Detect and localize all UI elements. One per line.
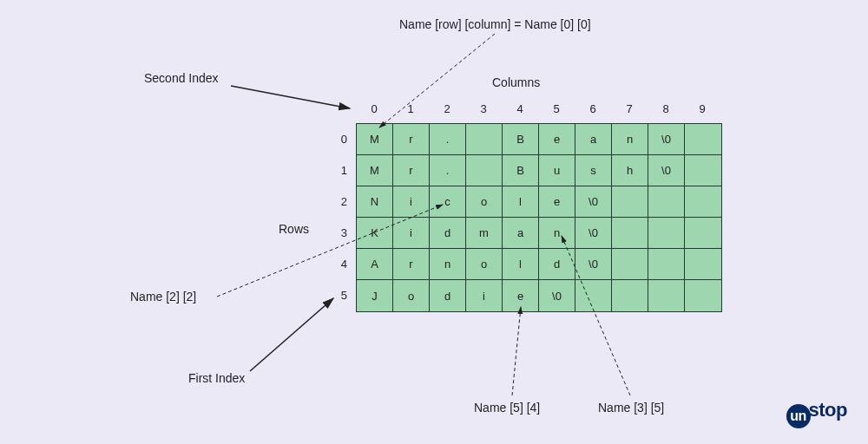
column-index: 0 [356, 102, 392, 115]
table-row: Kidman\0 [357, 218, 721, 249]
label-name-3-5: Name [3] [5] [598, 401, 664, 415]
array-cell: s [575, 155, 612, 186]
label-name-2-2: Name [2] [2] [130, 290, 196, 304]
label-rows: Rows [279, 222, 309, 236]
arrow-name-5-4 [512, 307, 521, 395]
row-index: 3 [337, 217, 347, 248]
label-second-index: Second Index [144, 71, 219, 85]
label-first-index: First Index [188, 371, 245, 385]
array-cell [648, 186, 685, 218]
array-cell: \0 [575, 186, 612, 218]
array-cell [466, 124, 503, 155]
array-cell: K [357, 218, 393, 249]
column-index: 1 [392, 102, 429, 115]
array-cell: e [539, 124, 575, 155]
row-index: 2 [337, 186, 347, 217]
array-cell: \0 [648, 124, 685, 155]
array-cell [648, 280, 685, 311]
array-cell: N [357, 186, 393, 218]
array-cell: . [430, 124, 466, 155]
row-index: 4 [337, 248, 347, 279]
array-cell: m [466, 218, 503, 249]
array-cell: c [430, 186, 466, 218]
unstop-logo: unstop [786, 399, 847, 428]
label-name-5-4: Name [5] [4] [474, 401, 540, 415]
column-index: 6 [575, 102, 611, 115]
array-cell [648, 218, 685, 249]
array-cell [685, 249, 721, 280]
array-cell: n [430, 249, 466, 280]
row-index: 5 [337, 279, 347, 310]
array-cell: M [357, 155, 393, 186]
label-columns: Columns [492, 75, 540, 89]
array-cell [685, 186, 721, 218]
array-cell: i [466, 280, 503, 311]
array-cell: B [503, 124, 539, 155]
array-cell [612, 249, 648, 280]
array-cell [685, 155, 721, 186]
array-cell [685, 280, 721, 311]
array-cell: i [393, 218, 430, 249]
arrow-second-index [231, 86, 350, 108]
table-row: Jodie\0 [357, 280, 721, 311]
column-index: 9 [684, 102, 720, 115]
array-cell: o [466, 186, 503, 218]
array-cell [685, 124, 721, 155]
array-cell: a [575, 124, 612, 155]
array-cell: J [357, 280, 393, 311]
column-index: 3 [465, 102, 502, 115]
array-cell: h [612, 155, 648, 186]
array-cell: n [539, 218, 575, 249]
row-index: 1 [337, 154, 347, 186]
array-cell: e [503, 280, 539, 311]
array-cell: d [539, 249, 575, 280]
row-index-column: 012345 [337, 123, 347, 310]
table-row: Arnold\0 [357, 249, 721, 280]
array-cell: B [503, 155, 539, 186]
column-index-row: 0123456789 [356, 102, 720, 115]
array-cell: d [430, 218, 466, 249]
column-index: 7 [611, 102, 648, 115]
array-cell: i [393, 186, 430, 218]
column-index: 2 [429, 102, 465, 115]
array-cell [648, 249, 685, 280]
array-cell: A [357, 249, 393, 280]
table-row: Mr. Bush\0 [357, 155, 721, 186]
arrow-first-index [250, 298, 333, 371]
array-cell: . [430, 155, 466, 186]
array-cell: d [430, 280, 466, 311]
array-cell [575, 280, 612, 311]
array-cell [612, 218, 648, 249]
array-cell [466, 155, 503, 186]
column-index: 5 [538, 102, 575, 115]
array-cell: r [393, 124, 430, 155]
column-index: 4 [502, 102, 538, 115]
array-cell: l [503, 249, 539, 280]
array-cell: u [539, 155, 575, 186]
array-cell: n [612, 124, 648, 155]
array-cell: \0 [575, 218, 612, 249]
array-cell [612, 280, 648, 311]
array-cell: r [393, 155, 430, 186]
logo-text: stop [809, 399, 847, 421]
array-cell: l [503, 186, 539, 218]
logo-mark: un [786, 404, 811, 428]
row-index: 0 [337, 123, 347, 154]
array-cell: \0 [648, 155, 685, 186]
array-cell [612, 186, 648, 218]
array-cell: a [503, 218, 539, 249]
array-grid: Mr. Bean\0Mr. Bush\0Nicole\0Kidman\0Arno… [356, 123, 722, 312]
table-row: Mr. Bean\0 [357, 124, 721, 155]
array-cell [685, 218, 721, 249]
array-cell: M [357, 124, 393, 155]
array-cell: \0 [539, 280, 575, 311]
array-cell: o [466, 249, 503, 280]
diagram-stage: Name [row] [column] = Name [0] [0] Secon… [0, 0, 868, 444]
array-cell: r [393, 249, 430, 280]
array-cell: e [539, 186, 575, 218]
array-cell: \0 [575, 249, 612, 280]
table-row: Nicole\0 [357, 186, 721, 218]
label-title-top: Name [row] [column] = Name [0] [0] [399, 17, 591, 31]
array-cell: o [393, 280, 430, 311]
column-index: 8 [648, 102, 684, 115]
